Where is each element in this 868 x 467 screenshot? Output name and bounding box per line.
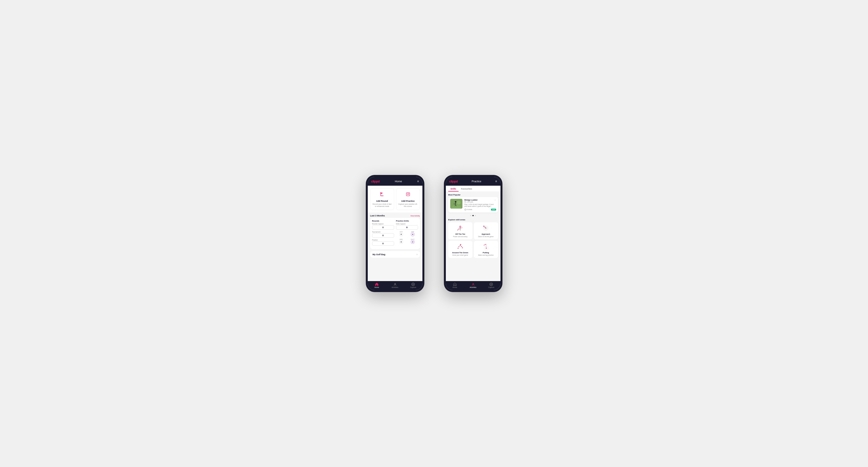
view-activity-link[interactable]: View Activity xyxy=(410,215,420,217)
app-badge: APP xyxy=(491,209,496,211)
putt-value: 4 xyxy=(411,240,414,244)
around-green-name: Around The Green xyxy=(452,252,468,254)
drill-desc: Play 1 shot at each target yardage. If y… xyxy=(464,204,496,208)
practice-activities-icon xyxy=(471,283,475,286)
practice-nav-capture-label: Capture xyxy=(488,286,494,288)
skill-card-putting[interactable]: Putting Make and lag practice xyxy=(474,241,498,258)
golf-bag-row[interactable]: My Golf Bag › xyxy=(370,251,420,258)
drills-total: 8 xyxy=(396,225,418,229)
skill-grid: Off The Tee Power and accuracy xyxy=(446,222,500,260)
home-menu-icon[interactable]: ≡ xyxy=(417,180,419,183)
drill-subtitle: 50–100 yds xyxy=(464,201,478,203)
shots-label: 9 shots xyxy=(464,209,472,211)
golf-bag-label: My Golf Bag xyxy=(373,253,385,256)
svg-point-21 xyxy=(457,230,458,230)
svg-point-36 xyxy=(485,244,485,245)
approach-name: Approach xyxy=(482,233,490,235)
svg-point-25 xyxy=(483,226,484,227)
practice-value: 0 xyxy=(372,241,394,246)
capture-icon xyxy=(411,283,415,286)
svg-rect-3 xyxy=(406,192,410,196)
putting-icon-area xyxy=(482,243,490,251)
drills-column: Practice Drills Drills Capture 8 OTT 0 A… xyxy=(396,220,418,247)
putting-icon xyxy=(482,243,490,250)
nav-activities[interactable]: Activities xyxy=(386,283,404,288)
skill-card-off-the-tee[interactable]: Off The Tee Power and accuracy xyxy=(448,222,472,239)
off-the-tee-icon xyxy=(456,224,464,232)
practice-header: clippd Practice ≡ xyxy=(446,177,500,186)
action-cards-row: Add Round Record your shots in fast or e… xyxy=(368,186,423,213)
app-col: APP 4 xyxy=(407,231,418,238)
tab-favourites[interactable]: Favourites xyxy=(459,186,475,191)
drill-header: Wedge Ladder 50–100 yds ☆ xyxy=(464,199,496,204)
drill-footer: 9 shots APP xyxy=(464,209,496,211)
tournament-value: 0 xyxy=(372,233,394,238)
arg-value: 0 xyxy=(400,240,403,244)
add-round-icon xyxy=(379,191,385,199)
practice-label: Practice xyxy=(372,239,394,241)
approach-icon xyxy=(482,224,490,232)
skill-card-around-green[interactable]: Around The Green Hone your short game xyxy=(448,241,472,258)
skill-card-approach[interactable]: Approach Dial-in to hit the green xyxy=(474,222,498,239)
home-content: Add Round Record your shots in fast or e… xyxy=(368,186,423,281)
tournament-label: Tournament xyxy=(372,231,394,233)
around-green-icon xyxy=(456,243,464,250)
golf-bag-chevron: › xyxy=(416,253,417,256)
practice-nav-home[interactable]: Home xyxy=(446,283,464,288)
home-bottom-nav: Home Activities Capture xyxy=(368,281,423,290)
drill-info: Wedge Ladder 50–100 yds ☆ Play 1 shot at… xyxy=(464,199,496,211)
phone-home: clippd Home ≡ xyxy=(366,175,424,292)
home-icon xyxy=(375,283,378,286)
practice-capture-icon xyxy=(490,283,493,286)
practice-nav-activities-label: Activities xyxy=(470,286,476,288)
svg-point-11 xyxy=(457,200,461,205)
practice-nav-activities[interactable]: Activities xyxy=(464,283,482,288)
dots-row xyxy=(446,214,500,218)
drills-top-row: OTT 0 APP 4 xyxy=(396,231,418,238)
nav-activities-label: Activities xyxy=(392,286,399,288)
approach-desc: Dial-in to hit the green xyxy=(478,236,494,238)
add-practice-card[interactable]: Add Practice Capture your practice off-t… xyxy=(396,188,420,210)
nav-home-label: Home xyxy=(374,286,379,288)
practice-logo: clippd xyxy=(449,180,458,183)
rounds-total: 0 xyxy=(372,225,394,229)
stats-title: Last 3 Months xyxy=(370,215,385,217)
drill-name: Wedge Ladder xyxy=(464,199,478,201)
practice-bottom-nav: Home Activities Capture xyxy=(446,281,500,290)
phone-practice: clippd Practice ≡ Drills Favourites Most… xyxy=(444,175,502,292)
approach-icon-area xyxy=(482,224,490,232)
star-icon[interactable]: ☆ xyxy=(494,199,496,201)
add-round-title: Add Round xyxy=(376,200,388,202)
home-screen: clippd Home ≡ xyxy=(368,177,423,290)
nav-capture-label: Capture xyxy=(410,286,416,288)
explore-label: Explore skill areas xyxy=(446,218,500,222)
around-green-desc: Hone your short game xyxy=(453,254,468,256)
practice-menu-icon[interactable]: ≡ xyxy=(495,180,497,183)
drills-title: Practice Drills xyxy=(396,220,418,222)
add-round-card[interactable]: Add Round Record your shots in fast or e… xyxy=(370,188,394,210)
add-practice-title: Add Practice xyxy=(401,200,414,202)
drills-bottom-row: ARG 0 PUTT 4 xyxy=(396,239,418,245)
tab-drills[interactable]: Drills xyxy=(448,186,459,191)
svg-point-5 xyxy=(395,283,396,284)
stats-header: Last 3 Months View Activity xyxy=(368,213,423,218)
rounds-title: Rounds xyxy=(372,220,394,222)
practice-content: Most Popular xyxy=(446,192,500,281)
nav-home[interactable]: Home xyxy=(368,283,386,288)
svg-point-18 xyxy=(465,209,466,210)
drill-card-wedge[interactable]: Wedge Ladder 50–100 yds ☆ Play 1 shot at… xyxy=(448,197,498,213)
putt-col: PUTT 4 xyxy=(407,239,418,245)
shots-icon xyxy=(464,209,466,211)
drill-thumb-image xyxy=(450,199,462,209)
arg-col: ARG 0 xyxy=(396,239,407,245)
practice-nav-capture[interactable]: Capture xyxy=(482,283,500,288)
off-the-tee-icon-area xyxy=(456,224,465,232)
practice-home-icon xyxy=(453,283,457,286)
add-practice-icon xyxy=(405,191,411,199)
dot-3 xyxy=(475,215,476,216)
add-round-desc: Record your shots in fast or enhanced mo… xyxy=(372,203,392,208)
drills-capture-label: Drills Capture xyxy=(396,223,418,225)
rounds-column: Rounds Rounds Capture 0 Tournament 0 Pra… xyxy=(372,220,394,247)
activities-icon xyxy=(393,283,397,286)
nav-capture[interactable]: Capture xyxy=(404,283,423,288)
